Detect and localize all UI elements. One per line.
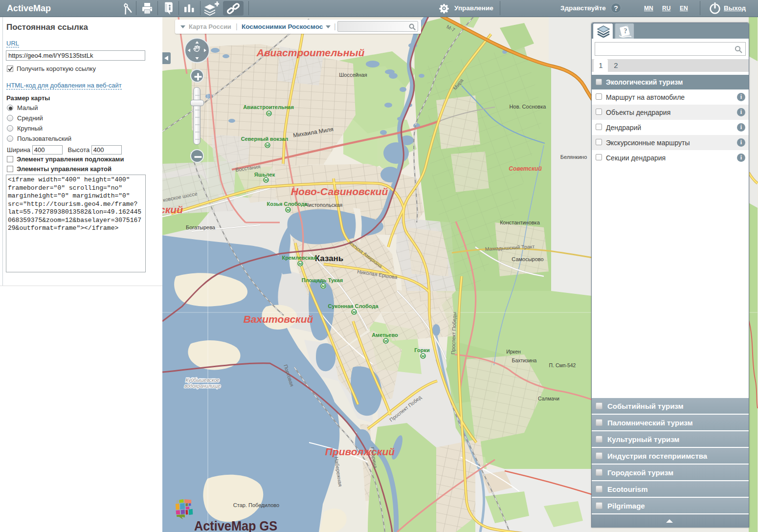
svg-text:Северный вокзал: Северный вокзал	[241, 136, 289, 142]
svg-text:Кремлевская: Кремлевская	[282, 255, 316, 261]
svg-text:Стар. Победилово: Стар. Победилово	[233, 502, 279, 508]
svg-text:М: М	[268, 111, 271, 116]
svg-text:ActiveMap GS: ActiveMap GS	[194, 519, 277, 532]
svg-text:водохранилище: водохранилище	[184, 383, 221, 389]
svg-text:Богатырева: Богатырева	[186, 224, 216, 230]
svg-text:Бахтизина: Бахтизина	[512, 357, 537, 363]
svg-text:Казань: Казань	[315, 254, 344, 263]
svg-text:Горки: Горки	[414, 347, 429, 353]
svg-text:Салмачи: Салмачи	[538, 396, 559, 401]
svg-text:Яшьлек: Яшьлек	[254, 172, 275, 177]
svg-text:Суконная Слобода: Суконная Слобода	[328, 303, 379, 309]
svg-text:Нов. Сосновка: Нов. Сосновка	[510, 104, 547, 110]
svg-text:М: М	[384, 339, 388, 343]
svg-text:Вахитовский: Вахитовский	[244, 313, 313, 325]
svg-text:Иркен: Иркен	[506, 349, 521, 355]
svg-text:М: М	[353, 310, 356, 314]
svg-text:М: М	[299, 262, 302, 266]
svg-text:Приволжский: Приволжский	[325, 446, 395, 457]
svg-text:Самосырово: Самосырово	[512, 256, 543, 262]
svg-text:М: М	[287, 208, 290, 212]
svg-text:М: М	[266, 143, 269, 148]
svg-text:?: ?	[624, 27, 627, 35]
svg-text:Белянкино: Белянкино	[560, 154, 587, 160]
svg-text:М: М	[422, 354, 425, 358]
svg-text:Аметьево: Аметьево	[372, 332, 398, 338]
svg-text:М: М	[322, 284, 325, 288]
svg-text:Чистопольская: Чистопольская	[305, 202, 343, 208]
svg-text:Советский: Советский	[509, 165, 542, 172]
svg-text:Козья Слобода: Козья Слобода	[267, 201, 308, 207]
svg-text:П. Смп-542: П. Смп-542	[549, 362, 576, 368]
svg-text:Авиастроительная: Авиастроительная	[243, 104, 294, 110]
svg-text:Авиастроительный: Авиастроительный	[256, 47, 365, 58]
svg-text:Константиновка: Константиновка	[500, 220, 540, 225]
svg-text:ский: ский	[162, 204, 183, 215]
svg-text:Шоссейная: Шоссейная	[339, 72, 367, 78]
svg-text:Куйбышевское: Куйбышевское	[185, 377, 219, 383]
svg-text:Площадь Тукая: Площадь Тукая	[302, 277, 343, 283]
svg-text:М: М	[265, 178, 268, 182]
svg-text:Ново-Савиновский: Ново-Савиновский	[291, 186, 388, 197]
